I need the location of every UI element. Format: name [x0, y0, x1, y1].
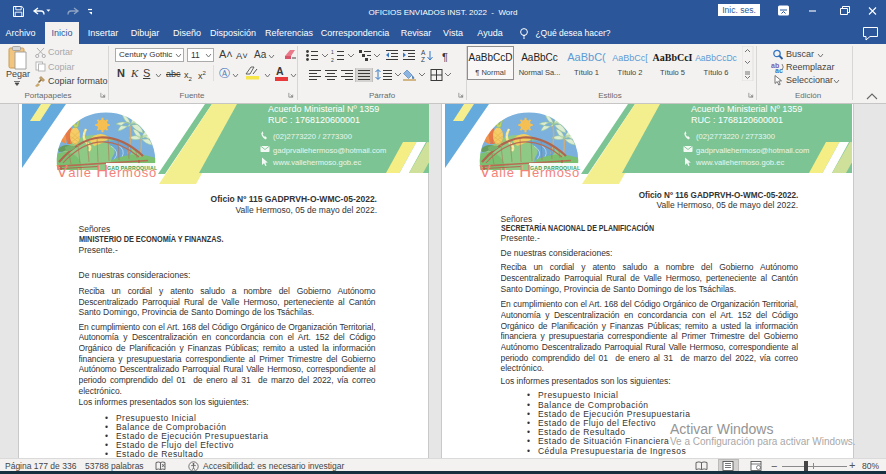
svg-text:Z: Z [421, 56, 425, 62]
svg-text:2: 2 [331, 57, 334, 63]
svg-text:¶: ¶ [442, 51, 448, 63]
svg-text:A: A [421, 49, 426, 56]
svg-text:1: 1 [331, 49, 334, 55]
svg-text:ac: ac [775, 67, 783, 73]
